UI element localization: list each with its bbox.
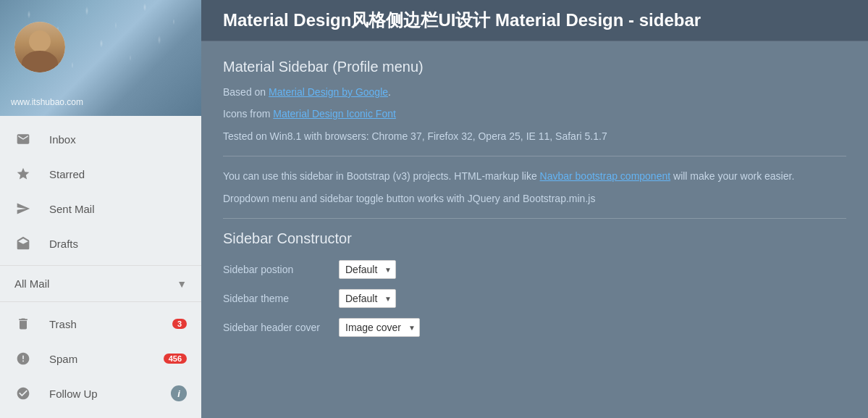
bootstrap-text: You can use this sidebar in Bootstrap (v… <box>223 168 846 184</box>
tested-text: Tested on Win8.1 with browsers: Chrome 3… <box>223 128 846 144</box>
divider-1 <box>0 265 201 266</box>
trash-icon <box>14 315 32 333</box>
trash-label: Trash <box>49 318 172 330</box>
period: . <box>388 86 391 98</box>
star-icon <box>14 165 32 183</box>
sidebar-item-spam[interactable]: Spam 456 <box>0 341 201 376</box>
website-label: www.itshubao.com <box>11 97 83 107</box>
based-on-text: Based on Material Design by Google. <box>223 84 846 100</box>
content-body: Material Sidebar (Profile menu) Based on… <box>201 41 868 364</box>
dropdown-text: Dropdown menu and sidebar toggle button … <box>223 191 846 206</box>
iconic-font-link[interactable]: Material Design Iconic Font <box>273 108 396 120</box>
sidebar-item-sent[interactable]: Sent Mail <box>0 191 201 226</box>
position-select[interactable]: Default <box>339 260 396 279</box>
chevron-down-icon: ▼ <box>177 278 187 290</box>
position-label: Sidebar postion <box>223 264 339 275</box>
divider-2 <box>0 301 201 302</box>
form-row-theme: Sidebar theme Default <box>223 289 846 308</box>
form-row-position: Sidebar postion Default <box>223 260 846 279</box>
starred-label: Starred <box>49 168 187 180</box>
send-icon <box>14 200 32 217</box>
form-row-header-cover: Sidebar header cover Image cover <box>223 318 846 337</box>
avatar <box>14 22 65 72</box>
spam-icon <box>14 350 32 367</box>
theme-select[interactable]: Default <box>339 289 396 308</box>
trash-badge: 3 <box>172 319 187 329</box>
drafts-label: Drafts <box>49 238 187 250</box>
sidebar-item-inbox[interactable]: Inbox <box>0 122 201 156</box>
material-design-link[interactable]: Material Design by Google <box>269 86 388 98</box>
drafts-icon <box>14 235 32 252</box>
followup-badge: i <box>171 385 187 401</box>
sidebar: www.itshubao.com Inbox Starred Sent Mail <box>0 0 201 418</box>
constructor-title: Sidebar Constructor <box>223 230 846 247</box>
spam-label: Spam <box>49 353 164 365</box>
sent-label: Sent Mail <box>49 203 187 215</box>
sidebar-nav: Inbox Starred Sent Mail Drafts All Ma <box>0 116 201 418</box>
sidebar-item-starred[interactable]: Starred <box>0 156 201 191</box>
constructor-section: Sidebar Constructor Sidebar postion Defa… <box>223 230 846 337</box>
sidebar-header: www.itshubao.com <box>0 0 201 116</box>
sidebar-item-trash[interactable]: Trash 3 <box>0 306 201 341</box>
page-title: Material Design风格侧边栏UI设计 Material Design… <box>223 9 846 32</box>
followup-label: Follow Up <box>49 388 171 400</box>
subtitle: Material Sidebar (Profile menu) <box>223 59 846 75</box>
divider-hr-1 <box>223 156 846 156</box>
avatar-face <box>14 22 65 72</box>
divider-hr-2 <box>223 218 846 219</box>
spam-badge: 456 <box>164 354 187 364</box>
navbar-bootstrap-link[interactable]: Navbar bootstrap component <box>540 170 671 182</box>
main-content: Material Design风格侧边栏UI设计 Material Design… <box>201 0 868 418</box>
theme-label: Sidebar theme <box>223 293 339 304</box>
header-cover-select[interactable]: Image cover <box>339 318 420 337</box>
sidebar-item-allmail[interactable]: All Mail ▼ <box>0 270 201 297</box>
bootstrap-prefix: You can use this sidebar in Bootstrap (v… <box>223 170 540 182</box>
page-title-bar: Material Design风格侧边栏UI设计 Material Design… <box>201 0 868 41</box>
avatar-container <box>14 22 65 72</box>
header-cover-label: Sidebar header cover <box>223 322 339 333</box>
allmail-label: All Mail <box>14 277 177 290</box>
icons-from-text: Icons from Material Design Iconic Font <box>223 106 846 122</box>
bootstrap-suffix: will make your work easier. <box>670 170 794 182</box>
inbox-label: Inbox <box>49 133 187 146</box>
header-cover-select-wrapper: Image cover <box>339 318 420 337</box>
position-select-wrapper: Default <box>339 260 396 279</box>
followup-icon <box>14 385 32 402</box>
sidebar-item-drafts[interactable]: Drafts <box>0 226 201 261</box>
sidebar-item-followup[interactable]: Follow Up i <box>0 376 201 411</box>
inbox-icon <box>14 130 32 148</box>
icons-prefix: Icons from <box>223 108 273 120</box>
theme-select-wrapper: Default <box>339 289 396 308</box>
based-on-prefix: Based on <box>223 86 269 98</box>
